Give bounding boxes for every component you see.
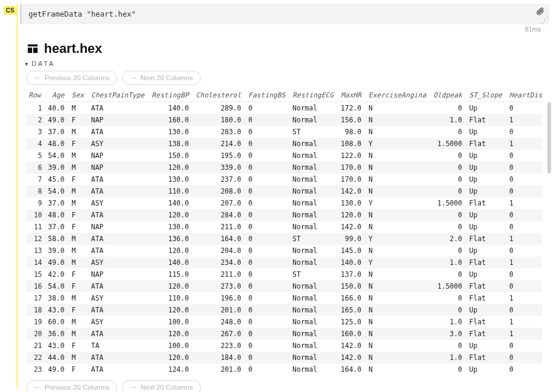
- table-cell: N: [366, 162, 431, 173]
- table-cell: 0: [246, 316, 290, 328]
- table-cell: 49.0: [46, 257, 70, 268]
- table-cell: 0: [431, 221, 467, 233]
- table-cell: Flat: [467, 233, 506, 245]
- table-cell: 0: [246, 257, 290, 268]
- table-cell: 130.0: [338, 197, 366, 209]
- table-cell: 208.0: [194, 185, 246, 197]
- prev-columns-label-bottom: Previous 20 Columns: [45, 384, 109, 391]
- table-cell: 8: [26, 185, 46, 197]
- table-row: 1137.0FNAP130.0211.00Normal142.0N0Up0: [26, 221, 542, 233]
- table-cell: ATA: [89, 185, 149, 197]
- table-cell: N: [366, 185, 431, 197]
- table-cell: 22: [26, 352, 46, 363]
- next-columns-button[interactable]: → Next 20 Columns: [122, 71, 200, 85]
- table-row: 554.0MNAP150.0195.00Normal122.0N0Up0: [26, 150, 542, 162]
- table-cell: 0: [507, 221, 542, 233]
- table-cell: 6: [26, 162, 46, 173]
- scrollbar-thumb[interactable]: [547, 102, 551, 173]
- table-cell: NAP: [89, 162, 149, 173]
- table-cell: Y: [366, 138, 431, 150]
- table-cell: 201.0: [194, 363, 246, 375]
- table-cell: 234.0: [194, 257, 246, 268]
- table-cell: 140.0: [149, 102, 193, 115]
- arrow-right-icon: →: [130, 74, 137, 82]
- table-cell: 122.0: [338, 150, 366, 162]
- table-cell: 100.0: [149, 316, 193, 328]
- table-cell: 142.0: [338, 340, 366, 352]
- table-cell: M: [69, 292, 89, 304]
- table-cell: Flat: [467, 197, 506, 209]
- data-table: RowAgeSexChestPainTypeRestingBPCholester…: [26, 88, 542, 375]
- table-cell: 273.0: [194, 280, 246, 292]
- table-cell: 45.0: [46, 173, 70, 185]
- table-cell: 150.0: [149, 150, 193, 162]
- table-cell: 140.0: [338, 257, 366, 268]
- table-cell: 0: [507, 162, 542, 173]
- table-cell: N: [366, 173, 431, 185]
- table-cell: F: [69, 114, 89, 126]
- table-cell: Normal: [290, 221, 338, 233]
- table-cell: Flat: [467, 316, 506, 328]
- table-cell: ATA: [89, 280, 149, 292]
- table-cell: 164.0: [338, 363, 366, 375]
- table-cell: 110.0: [149, 185, 193, 197]
- table-cell: 0: [246, 352, 290, 363]
- table-cell: 0: [431, 185, 467, 197]
- prev-columns-button-bottom[interactable]: ← Previous 20 Columns: [26, 380, 117, 392]
- table-cell: 180.0: [194, 114, 246, 126]
- notebook-cell: CS getFrameData "heart.hex" ⋰ 81ms heart…: [0, 0, 554, 392]
- table-cell: 54.0: [46, 280, 70, 292]
- next-columns-button-bottom[interactable]: → Next 20 Columns: [122, 380, 200, 392]
- table-cell: 0: [507, 363, 542, 375]
- code-text: getFrameData "heart.hex": [29, 10, 136, 18]
- table-cell: 1.0: [431, 114, 467, 126]
- table-cell: 0: [507, 209, 542, 221]
- table-cell: F: [69, 221, 89, 233]
- table-cell: Flat: [467, 352, 506, 363]
- table-cell: Up: [467, 185, 506, 197]
- table-cell: 125.0: [338, 316, 366, 328]
- table-cell: 1: [507, 233, 542, 245]
- table-cell: N: [366, 316, 431, 328]
- code-input[interactable]: getFrameData "heart.hex" ⋰: [20, 4, 549, 24]
- table-cell: 42.0: [46, 268, 70, 280]
- column-nav-bottom: ← Previous 20 Columns → Next 20 Columns: [26, 380, 542, 392]
- table-cell: 0: [246, 162, 290, 173]
- table-row: 1738.0MASY110.0196.00Normal166.0N0Flat1: [26, 292, 542, 304]
- attach-icon[interactable]: [536, 7, 544, 17]
- table-cell: Normal: [290, 363, 338, 375]
- resize-handle-icon: ⋰: [541, 17, 547, 23]
- table-cell: ASY: [89, 316, 149, 328]
- table-cell: 0: [246, 280, 290, 292]
- table-cell: 1: [507, 257, 542, 268]
- table-cell: 0: [507, 268, 542, 280]
- data-section-toggle[interactable]: ▾ DATA: [25, 60, 542, 67]
- scrollbar-track[interactable]: [547, 101, 552, 374]
- table-cell: N: [366, 126, 431, 138]
- table-header-cell: Cholesterol: [194, 88, 246, 102]
- table-cell: 1.0: [431, 316, 467, 328]
- table-cell: N: [366, 340, 431, 352]
- table-header-cell: RestingBP: [149, 88, 193, 102]
- cell-timing: 81ms: [20, 24, 549, 33]
- table-cell: NAP: [89, 268, 149, 280]
- table-header-cell: Sex: [69, 88, 89, 102]
- cell-output: heart.hex ▾ DATA ← Previous 20 Columns →…: [0, 33, 554, 392]
- table-cell: 17: [26, 292, 46, 304]
- prev-columns-button[interactable]: ← Previous 20 Columns: [26, 71, 117, 85]
- table-cell: 99.0: [338, 233, 366, 245]
- table-cell: 120.0: [149, 304, 193, 316]
- table-cell: Flat: [467, 257, 506, 268]
- table-cell: 115.0: [149, 268, 193, 280]
- table-cell: Normal: [290, 173, 338, 185]
- table-cell: Normal: [290, 209, 338, 221]
- table-cell: ASY: [89, 197, 149, 209]
- output-title-row: heart.hex: [26, 41, 542, 56]
- table-cell: 0: [431, 268, 467, 280]
- table-cell: Flat: [467, 138, 506, 150]
- cell-accent-bar: [17, 4, 18, 388]
- table-cell: Flat: [467, 280, 506, 292]
- table-cell: 0: [431, 245, 467, 257]
- table-cell: 1: [507, 316, 542, 328]
- table-cell: 0: [431, 292, 467, 304]
